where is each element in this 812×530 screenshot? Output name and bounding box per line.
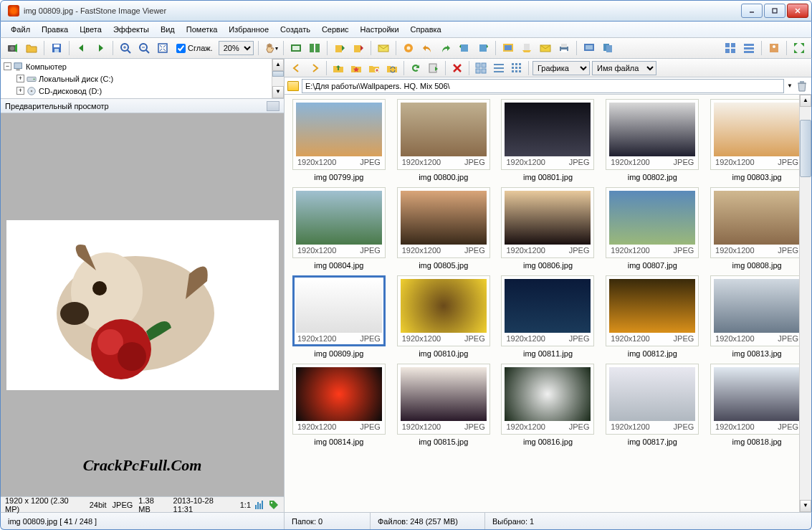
minimize-button[interactable] [741,4,763,18]
hand-tool-button[interactable]: ▾ [263,40,279,56]
batch-button[interactable] [600,40,616,56]
move-to-button[interactable] [350,40,366,56]
thumbnail-item[interactable]: 1920x1200JPEGimg 00801.jpg [498,99,598,181]
fit-button[interactable] [155,40,171,56]
thumbnail-item[interactable]: 1920x1200JPEGimg 00812.jpg [602,275,702,358]
rotate-left-button[interactable] [457,40,472,56]
scroll-thumb[interactable] [272,71,284,77]
thumbnail-item[interactable]: 1920x1200JPEGimg 00811.jpg [498,275,598,358]
maximize-button[interactable] [764,4,785,18]
smooth-checkbox-input[interactable] [176,44,186,53]
preview-resize-handle[interactable] [267,101,280,111]
menu-вид[interactable]: Вид [155,23,181,36]
tree-root[interactable]: − Компьютер [4,60,281,72]
view-large-icons-button[interactable] [473,60,489,76]
tree-item-drive-c[interactable]: + Локальный диск (C:) [4,72,281,85]
thumbnail-item[interactable]: 1920x1200JPEGimg 00810.jpg [393,275,494,358]
list-view-button[interactable] [741,40,757,56]
thumbs-scrollbar[interactable]: ▲ ▼ [799,95,811,512]
rotate-right-button[interactable] [475,40,491,56]
folder-up-button[interactable] [330,60,346,76]
menu-эффекты[interactable]: Эффекты [108,23,155,36]
close-button[interactable] [787,4,808,18]
thumbnail-item[interactable]: 1920x1200JPEGimg 00817.jpg [602,364,702,446]
thumbnail-item[interactable]: 1920x1200JPEGimg 00804.jpg [289,187,389,270]
menu-пометка[interactable]: Пометка [181,23,224,36]
thumbnail-item[interactable]: 1920x1200JPEGimg 00818.jpg [707,364,807,446]
zoom-in-button[interactable] [118,40,133,56]
thumbnail-item[interactable]: 1920x1200JPEGimg 00809.jpg [289,275,389,358]
recycle-bin-icon[interactable] [796,80,808,93]
email-button[interactable] [376,40,391,56]
single-view-button[interactable] [766,40,782,56]
thumbnail-item[interactable]: 1920x1200JPEGimg 00800.jpg [393,99,494,181]
copy-to-button[interactable] [332,40,348,56]
thumbnail-item[interactable]: 1920x1200JPEGimg 00814.jpg [289,364,389,446]
refresh-button[interactable] [408,60,424,76]
menu-избранное[interactable]: Избранное [223,23,274,36]
scan-button[interactable] [519,40,535,56]
nav-forward-button[interactable] [307,60,323,76]
email2-button[interactable] [538,40,553,56]
menu-цвета[interactable]: Цвета [74,23,108,36]
print-button[interactable] [556,40,572,56]
view-details-button[interactable] [491,60,507,76]
path-input[interactable] [302,79,784,93]
tree-expand-icon[interactable]: + [16,75,24,82]
menu-настройки[interactable]: Настройки [355,23,405,36]
thumbnail-item[interactable]: 1920x1200JPEGimg 00813.jpg [707,275,807,358]
next-button[interactable] [92,40,108,56]
fullscreen-button[interactable] [791,40,807,56]
thumbnail-view-button[interactable] [722,40,738,56]
thumbnail-item[interactable]: 1920x1200JPEGimg 00803.jpg [707,99,807,181]
undo-button[interactable] [419,40,435,56]
menu-сервис[interactable]: Сервис [316,23,355,36]
path-dropdown-button[interactable]: ▼ [787,82,793,89]
redo-button[interactable] [438,40,454,56]
thumbnail-item[interactable]: 1920x1200JPEGimg 00806.jpg [498,187,598,270]
prev-button[interactable] [74,40,90,56]
scroll-down-button[interactable]: ▼ [800,500,811,512]
export-button[interactable] [426,60,441,76]
favorites-button[interactable] [348,60,364,76]
thumbnail-item[interactable]: 1920x1200JPEGimg 00816.jpg [498,364,598,446]
folder-sync-button[interactable] [384,60,400,76]
scroll-down-button[interactable]: ▼ [272,86,284,98]
tree-scrollbar[interactable]: ▲ ▼ [272,59,284,98]
screen-capture-button[interactable] [581,40,597,56]
sort-select[interactable]: Имя файла [592,61,656,75]
wallpaper-button[interactable] [500,40,516,56]
nav-back-button[interactable] [289,60,305,76]
tree-expand-icon[interactable]: + [16,87,24,95]
zoom-select[interactable]: 20% [219,41,254,55]
view-small-icons-button[interactable] [509,60,525,76]
thumbnails-area[interactable]: 1920x1200JPEGimg 00799.jpg1920x1200JPEGi… [285,95,811,512]
smooth-checkbox[interactable]: Сглаж. [176,44,213,53]
thumbnail-item[interactable]: 1920x1200JPEGimg 00799.jpg [289,99,389,181]
slideshow-button[interactable] [288,40,304,56]
thumbnail-item[interactable]: 1920x1200JPEGimg 00815.jpg [393,364,494,446]
open-button[interactable] [24,40,39,56]
delete-button[interactable] [449,60,465,76]
menu-файл[interactable]: Файл [5,23,36,36]
tag-icon[interactable] [268,499,280,511]
preview-area[interactable]: CrackPcFull.Com [1,113,284,496]
compare-button[interactable] [307,40,323,56]
zoom-out-button[interactable] [136,40,152,56]
view-mode-select[interactable]: Графика [532,61,590,75]
scroll-thumb[interactable] [800,120,811,177]
thumbnail-item[interactable]: 1920x1200JPEGimg 00802.jpg [602,99,702,181]
thumbnail-item[interactable]: 1920x1200JPEGimg 00807.jpg [602,187,702,270]
tree-item-drive-d[interactable]: + CD-дисковод (D:) [4,85,281,97]
thumbnail-item[interactable]: 1920x1200JPEGimg 00808.jpg [707,187,807,270]
menu-правка[interactable]: Правка [36,23,74,36]
settings-gear-button[interactable] [401,40,416,56]
scroll-up-button[interactable]: ▲ [272,59,284,71]
scroll-up-button[interactable]: ▲ [800,95,811,107]
acquire-button[interactable] [5,40,21,56]
thumbnail-item[interactable]: 1920x1200JPEGimg 00805.jpg [393,187,494,270]
save-button[interactable] [49,40,65,56]
tree-collapse-icon[interactable]: − [4,62,11,70]
menu-создать[interactable]: Создать [274,23,316,36]
new-folder-button[interactable] [366,60,382,76]
